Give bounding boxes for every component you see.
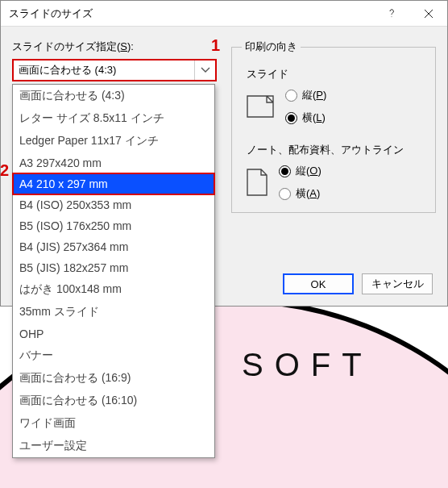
dropdown-item[interactable]: ワイド画面 bbox=[13, 412, 214, 435]
dialog-title: スライドのサイズ bbox=[9, 6, 93, 21]
page-portrait-icon bbox=[247, 169, 268, 196]
dropdown-item[interactable]: B5 (ISO) 176x250 mm bbox=[13, 215, 214, 236]
slides-portrait-radio[interactable] bbox=[285, 90, 297, 102]
dropdown-item[interactable]: B5 (JIS) 182x257 mm bbox=[13, 257, 214, 278]
dropdown-item[interactable]: ユーザー設定 bbox=[13, 435, 214, 457]
dropdown-item[interactable]: はがき 100x148 mm bbox=[13, 278, 214, 301]
chevron-down-icon bbox=[194, 60, 215, 80]
cancel-button[interactable]: キャンセル bbox=[362, 273, 433, 294]
ok-button[interactable]: OK bbox=[283, 273, 354, 294]
slides-landscape-radio[interactable] bbox=[285, 112, 297, 124]
dropdown-item[interactable]: 画面に合わせる (4:3) bbox=[13, 85, 214, 107]
annotation-1: 1 bbox=[211, 36, 220, 55]
slide-size-label: スライドのサイズ指定(S): 1 bbox=[12, 40, 217, 54]
orientation-legend: 印刷の向き bbox=[242, 40, 301, 54]
dropdown-item[interactable]: B4 (JIS) 257x364 mm bbox=[13, 236, 214, 257]
slides-sublabel: スライド bbox=[247, 67, 425, 81]
close-button[interactable] bbox=[410, 1, 447, 27]
notes-landscape-radio[interactable] bbox=[279, 188, 291, 200]
dropdown-item[interactable]: バナー bbox=[13, 344, 214, 367]
title-bar: スライドのサイズ bbox=[1, 1, 447, 27]
annotation-2: 2 bbox=[0, 161, 9, 180]
dropdown-item[interactable]: レター サイズ 8.5x11 インチ bbox=[13, 107, 214, 130]
dropdown-item[interactable]: 画面に合わせる (16:9) bbox=[13, 367, 214, 390]
slide-size-select-value: 画面に合わせる (4:3) bbox=[19, 63, 116, 77]
dropdown-item[interactable]: A4 210 x 297 mm bbox=[13, 173, 214, 194]
slides-landscape-label: 横(L) bbox=[302, 111, 326, 125]
dropdown-item[interactable]: 35mm スライド bbox=[13, 301, 214, 323]
notes-sublabel: ノート、配布資料、アウトライン bbox=[247, 143, 425, 157]
notes-landscape-label: 横(A) bbox=[296, 186, 320, 201]
page-landscape-icon bbox=[247, 95, 274, 118]
orientation-group: 印刷の向き スライド 縦(P) 横(L) bbox=[231, 40, 436, 213]
dropdown-item[interactable]: Ledger Paper 11x17 インチ bbox=[13, 130, 214, 152]
dropdown-item[interactable]: OHP bbox=[13, 323, 214, 344]
slides-portrait-label: 縦(P) bbox=[302, 88, 326, 102]
dropdown-item[interactable]: A3 297x420 mm bbox=[13, 152, 214, 173]
bg-watermark-text: SOFT bbox=[242, 347, 373, 383]
help-button[interactable] bbox=[373, 1, 410, 27]
slide-size-select[interactable]: 画面に合わせる (4:3) bbox=[12, 59, 217, 81]
slide-size-dropdown[interactable]: 画面に合わせる (4:3)レター サイズ 8.5x11 インチLedger Pa… bbox=[12, 84, 215, 458]
notes-portrait-radio[interactable] bbox=[279, 165, 291, 177]
dropdown-item[interactable]: 画面に合わせる (16:10) bbox=[13, 390, 214, 412]
dropdown-item[interactable]: B4 (ISO) 250x353 mm bbox=[13, 194, 214, 215]
notes-portrait-label: 縦(O) bbox=[296, 164, 321, 178]
